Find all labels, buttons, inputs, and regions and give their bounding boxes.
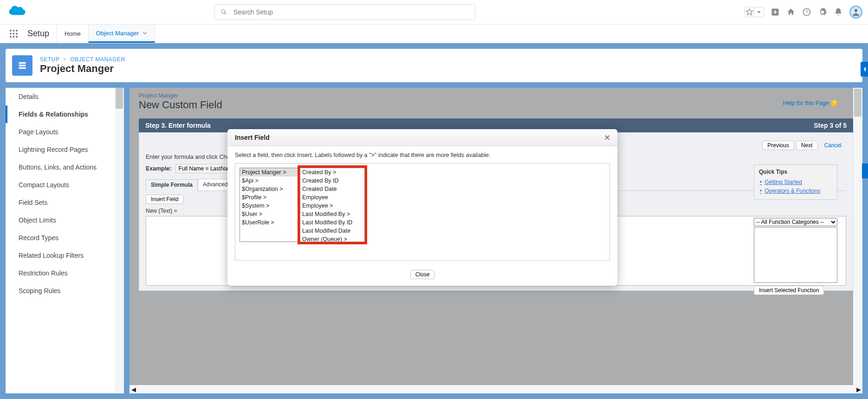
- insert-function-button[interactable]: Insert Selected Function: [754, 286, 824, 295]
- favorites-button[interactable]: [745, 7, 764, 17]
- picker-opt[interactable]: Created By ID: [300, 177, 364, 185]
- svg-point-6: [16, 30, 18, 32]
- search-box[interactable]: [214, 4, 475, 20]
- sidebar-item-page-layouts[interactable]: Page Layouts: [6, 123, 115, 141]
- field-picker: Project Manger > $Api > $Organization > …: [235, 163, 610, 261]
- svg-point-3: [855, 9, 858, 12]
- picker-opt[interactable]: Last Modified Date: [300, 227, 364, 235]
- tab-object-manager[interactable]: Object Manager: [88, 25, 155, 43]
- gear-icon[interactable]: [818, 7, 827, 17]
- insert-field-button[interactable]: Insert Field: [146, 195, 183, 204]
- help-link[interactable]: Help for this Page?: [783, 100, 837, 106]
- step-indicator: Step 3 of 5: [814, 122, 847, 129]
- header-utility-icons: ?: [745, 6, 862, 19]
- picker-opt[interactable]: $User >: [240, 210, 298, 218]
- svg-point-7: [10, 33, 12, 35]
- sidebar-item-scoping-rules[interactable]: Scoping Rules: [6, 282, 115, 300]
- sidebar-item-fields[interactable]: Fields & Relationships: [6, 105, 115, 123]
- app-launcher-icon[interactable]: [6, 25, 22, 43]
- picker-opt[interactable]: Last Modified By >: [300, 210, 364, 218]
- picker-opt[interactable]: $Api >: [240, 177, 298, 185]
- sidebar-item-buttons-links[interactable]: Buttons, Links, and Actions: [6, 158, 115, 176]
- sidebar-item-restriction-rules[interactable]: Restriction Rules: [6, 264, 115, 282]
- drawer-toggle[interactable]: [861, 62, 868, 77]
- modal-instructions: Select a field, then click Insert. Label…: [235, 152, 610, 158]
- search-input[interactable]: [233, 8, 469, 16]
- sidebar-item-details[interactable]: Details: [6, 88, 115, 105]
- tab-bar: Setup Home Object Manager: [0, 25, 868, 43]
- sidebar-scrollbar[interactable]: [115, 88, 124, 393]
- svg-point-10: [10, 36, 12, 38]
- step-label: Step 3. Enter formula: [145, 122, 211, 129]
- tab-home-label: Home: [65, 30, 81, 37]
- modal-title: Insert Field: [235, 134, 270, 141]
- picker-opt[interactable]: Employee >: [300, 202, 364, 210]
- picker-opt[interactable]: Last Modified By ID: [300, 218, 364, 227]
- content-vscrollbar[interactable]: [853, 88, 862, 385]
- object-icon: [12, 55, 32, 76]
- svg-point-8: [13, 33, 15, 35]
- function-list[interactable]: [754, 227, 837, 283]
- modal-close-button[interactable]: Close: [410, 270, 435, 279]
- tab-home[interactable]: Home: [57, 25, 88, 43]
- link-operators-functions[interactable]: Operators & Functions: [766, 187, 832, 196]
- picker-column-1[interactable]: Project Manger > $Api > $Organization > …: [240, 168, 298, 242]
- link-getting-started[interactable]: Getting Started: [766, 178, 832, 187]
- sidebar-item-object-limits[interactable]: Object Limits: [6, 211, 115, 229]
- tab-simple-formula[interactable]: Simple Formula: [146, 179, 198, 191]
- sidebar-item-field-sets[interactable]: Field Sets: [6, 194, 115, 211]
- picker-opt[interactable]: $UserRole >: [240, 218, 298, 227]
- close-icon[interactable]: ×: [604, 134, 610, 141]
- sidebar-item-related-lookup[interactable]: Related Lookup Filters: [6, 247, 115, 264]
- picker-opt[interactable]: Created By >: [300, 168, 364, 177]
- salesforce-help-icon[interactable]: [786, 7, 796, 17]
- floating-drawer-tab[interactable]: [862, 164, 868, 178]
- picker-column-2[interactable]: Created By > Created By ID Created Date …: [300, 168, 365, 242]
- add-icon[interactable]: [771, 7, 780, 17]
- search-icon: [220, 9, 227, 15]
- svg-point-5: [13, 30, 15, 32]
- svg-text:?: ?: [805, 9, 808, 15]
- app-name: Setup: [22, 25, 57, 43]
- function-box: -- All Function Categories -- Insert Sel…: [754, 218, 837, 295]
- bell-icon[interactable]: [834, 7, 843, 17]
- picker-opt[interactable]: Project Manger >: [240, 168, 298, 177]
- breadcrumb: SETUP > OBJECT MANAGER: [40, 56, 125, 63]
- page-header-card: SETUP > OBJECT MANAGER Project Manger: [6, 49, 862, 82]
- next-button[interactable]: Next: [796, 141, 818, 150]
- crumb-objmgr[interactable]: OBJECT MANAGER: [71, 56, 125, 63]
- quick-tips-title: Quick Tips: [759, 169, 832, 175]
- help-icon[interactable]: ?: [802, 7, 811, 17]
- crumb-setup[interactable]: SETUP: [40, 56, 59, 63]
- cancel-button[interactable]: Cancel: [820, 141, 846, 150]
- example-label: Example:: [146, 165, 172, 172]
- global-header: ?: [0, 0, 868, 25]
- function-category-select[interactable]: -- All Function Categories --: [754, 218, 837, 226]
- insert-field-modal: Insert Field × Select a field, then clic…: [227, 129, 617, 286]
- svg-point-4: [10, 30, 12, 32]
- scroll-right-icon[interactable]: ▶: [855, 386, 862, 393]
- quick-tips-box: Quick Tips Getting Started Operators & F…: [754, 164, 837, 200]
- picker-opt[interactable]: Created Date: [300, 185, 364, 193]
- chevron-down-icon: [143, 31, 147, 35]
- sidebar-item-compact-layouts[interactable]: Compact Layouts: [6, 176, 115, 194]
- picker-opt[interactable]: $System >: [240, 202, 298, 210]
- scroll-left-icon[interactable]: ◀: [130, 386, 137, 393]
- svg-point-11: [13, 36, 15, 38]
- content-subtitle: Project Manger: [139, 92, 853, 99]
- previous-button[interactable]: Previous: [762, 141, 794, 150]
- sidebar-item-lightning-pages[interactable]: Lightning Record Pages: [6, 141, 115, 158]
- picker-opt[interactable]: $Profile >: [240, 193, 298, 202]
- picker-opt[interactable]: $Organization >: [240, 185, 298, 193]
- svg-point-12: [16, 36, 18, 38]
- tab-om-label: Object Manager: [96, 30, 139, 37]
- picker-opt[interactable]: Employee: [300, 193, 364, 202]
- page-header-region: SETUP > OBJECT MANAGER Project Manger: [0, 43, 868, 88]
- picker-opt[interactable]: Owner (Queue) >: [300, 235, 364, 242]
- page-title: Project Manger: [40, 63, 125, 75]
- content-hscrollbar[interactable]: ◀ ▶: [130, 385, 862, 393]
- content-title: New Custom Field: [139, 99, 853, 111]
- salesforce-logo[interactable]: [6, 3, 29, 21]
- user-avatar[interactable]: [849, 6, 862, 19]
- sidebar-item-record-types[interactable]: Record Types: [6, 229, 115, 247]
